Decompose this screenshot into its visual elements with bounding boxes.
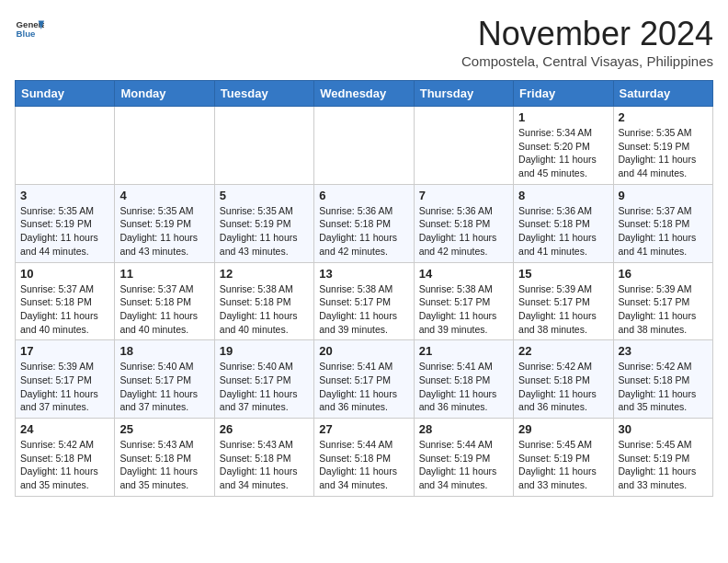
calendar-cell: 3Sunrise: 5:35 AMSunset: 5:19 PMDaylight… bbox=[16, 184, 115, 262]
calendar-header-row: SundayMondayTuesdayWednesdayThursdayFrid… bbox=[16, 81, 713, 107]
day-number: 18 bbox=[119, 344, 209, 358]
day-info: Sunrise: 5:38 AMSunset: 5:17 PMDaylight:… bbox=[319, 282, 408, 337]
calendar-day-header: Sunday bbox=[16, 81, 115, 107]
day-info: Sunrise: 5:41 AMSunset: 5:18 PMDaylight:… bbox=[419, 360, 508, 414]
calendar-day-header: Friday bbox=[514, 81, 613, 107]
day-number: 17 bbox=[20, 344, 109, 358]
calendar-day-header: Tuesday bbox=[214, 81, 313, 107]
day-info: Sunrise: 5:40 AMSunset: 5:17 PMDaylight:… bbox=[119, 360, 209, 414]
day-number: 16 bbox=[619, 267, 708, 281]
day-number: 28 bbox=[419, 422, 508, 436]
day-number: 3 bbox=[20, 189, 109, 202]
calendar-day-header: Wednesday bbox=[314, 81, 414, 107]
day-number: 24 bbox=[20, 422, 109, 436]
logo: General Blue bbox=[15, 15, 44, 44]
day-info: Sunrise: 5:39 AMSunset: 5:17 PMDaylight:… bbox=[619, 282, 708, 337]
calendar-day-header: Monday bbox=[115, 81, 214, 107]
day-number: 20 bbox=[319, 344, 408, 358]
calendar-cell: 7Sunrise: 5:36 AMSunset: 5:18 PMDaylight… bbox=[414, 184, 513, 262]
day-number: 5 bbox=[220, 189, 309, 202]
day-number: 13 bbox=[319, 267, 408, 281]
calendar-cell: 16Sunrise: 5:39 AMSunset: 5:17 PMDayligh… bbox=[613, 262, 712, 340]
day-number: 6 bbox=[319, 189, 408, 202]
calendar-cell bbox=[115, 107, 214, 185]
calendar-cell: 15Sunrise: 5:39 AMSunset: 5:17 PMDayligh… bbox=[514, 262, 613, 340]
calendar-cell: 28Sunrise: 5:44 AMSunset: 5:19 PMDayligh… bbox=[414, 419, 513, 497]
svg-text:Blue: Blue bbox=[17, 29, 36, 39]
day-info: Sunrise: 5:37 AMSunset: 5:18 PMDaylight:… bbox=[619, 204, 708, 259]
calendar-cell: 2Sunrise: 5:35 AMSunset: 5:19 PMDaylight… bbox=[613, 107, 712, 185]
title-block: November 2024 Compostela, Central Visaya… bbox=[461, 15, 713, 69]
calendar-cell: 26Sunrise: 5:43 AMSunset: 5:18 PMDayligh… bbox=[214, 419, 313, 497]
day-info: Sunrise: 5:35 AMSunset: 5:19 PMDaylight:… bbox=[119, 204, 209, 259]
calendar-cell: 19Sunrise: 5:40 AMSunset: 5:17 PMDayligh… bbox=[214, 340, 313, 419]
day-info: Sunrise: 5:35 AMSunset: 5:19 PMDaylight:… bbox=[619, 126, 708, 180]
day-info: Sunrise: 5:41 AMSunset: 5:17 PMDaylight:… bbox=[319, 360, 408, 414]
day-info: Sunrise: 5:35 AMSunset: 5:19 PMDaylight:… bbox=[20, 204, 109, 259]
day-number: 11 bbox=[119, 267, 209, 281]
calendar-day-header: Thursday bbox=[414, 81, 513, 107]
calendar-cell: 18Sunrise: 5:40 AMSunset: 5:17 PMDayligh… bbox=[115, 340, 214, 419]
day-info: Sunrise: 5:45 AMSunset: 5:19 PMDaylight:… bbox=[518, 438, 608, 492]
day-info: Sunrise: 5:38 AMSunset: 5:17 PMDaylight:… bbox=[419, 282, 508, 337]
day-info: Sunrise: 5:40 AMSunset: 5:17 PMDaylight:… bbox=[220, 360, 309, 414]
day-info: Sunrise: 5:44 AMSunset: 5:19 PMDaylight:… bbox=[419, 438, 508, 492]
calendar-cell: 14Sunrise: 5:38 AMSunset: 5:17 PMDayligh… bbox=[414, 262, 513, 340]
day-number: 10 bbox=[20, 267, 109, 281]
logo-icon: General Blue bbox=[15, 15, 44, 44]
calendar-cell: 9Sunrise: 5:37 AMSunset: 5:18 PMDaylight… bbox=[613, 184, 712, 262]
day-info: Sunrise: 5:45 AMSunset: 5:19 PMDaylight:… bbox=[619, 438, 708, 492]
calendar: SundayMondayTuesdayWednesdayThursdayFrid… bbox=[15, 80, 713, 497]
day-number: 25 bbox=[119, 422, 209, 436]
day-info: Sunrise: 5:37 AMSunset: 5:18 PMDaylight:… bbox=[119, 282, 209, 337]
day-number: 8 bbox=[518, 189, 608, 202]
day-number: 14 bbox=[419, 267, 508, 281]
calendar-cell bbox=[314, 107, 414, 185]
day-info: Sunrise: 5:43 AMSunset: 5:18 PMDaylight:… bbox=[119, 438, 209, 492]
page-header: General Blue November 2024 Compostela, C… bbox=[15, 15, 713, 69]
day-number: 9 bbox=[619, 189, 708, 202]
day-info: Sunrise: 5:42 AMSunset: 5:18 PMDaylight:… bbox=[20, 438, 109, 492]
calendar-cell bbox=[414, 107, 513, 185]
calendar-week-row: 3Sunrise: 5:35 AMSunset: 5:19 PMDaylight… bbox=[16, 184, 713, 262]
calendar-cell: 1Sunrise: 5:34 AMSunset: 5:20 PMDaylight… bbox=[514, 107, 613, 185]
calendar-cell: 27Sunrise: 5:44 AMSunset: 5:18 PMDayligh… bbox=[314, 419, 414, 497]
calendar-cell: 21Sunrise: 5:41 AMSunset: 5:18 PMDayligh… bbox=[414, 340, 513, 419]
calendar-cell: 10Sunrise: 5:37 AMSunset: 5:18 PMDayligh… bbox=[16, 262, 115, 340]
day-number: 21 bbox=[419, 344, 508, 358]
calendar-cell: 4Sunrise: 5:35 AMSunset: 5:19 PMDaylight… bbox=[115, 184, 214, 262]
day-info: Sunrise: 5:36 AMSunset: 5:18 PMDaylight:… bbox=[319, 204, 408, 259]
calendar-cell bbox=[16, 107, 115, 185]
day-info: Sunrise: 5:37 AMSunset: 5:18 PMDaylight:… bbox=[20, 282, 109, 337]
calendar-cell: 5Sunrise: 5:35 AMSunset: 5:19 PMDaylight… bbox=[214, 184, 313, 262]
day-info: Sunrise: 5:44 AMSunset: 5:18 PMDaylight:… bbox=[319, 438, 408, 492]
day-number: 30 bbox=[619, 422, 708, 436]
day-info: Sunrise: 5:36 AMSunset: 5:18 PMDaylight:… bbox=[518, 204, 608, 259]
location: Compostela, Central Visayas, Philippines bbox=[461, 53, 713, 69]
calendar-week-row: 24Sunrise: 5:42 AMSunset: 5:18 PMDayligh… bbox=[16, 419, 713, 497]
day-number: 4 bbox=[119, 189, 209, 202]
day-info: Sunrise: 5:34 AMSunset: 5:20 PMDaylight:… bbox=[518, 126, 608, 180]
day-number: 23 bbox=[619, 344, 708, 358]
month-title: November 2024 bbox=[461, 15, 713, 53]
day-number: 27 bbox=[319, 422, 408, 436]
calendar-cell: 22Sunrise: 5:42 AMSunset: 5:18 PMDayligh… bbox=[514, 340, 613, 419]
calendar-cell: 29Sunrise: 5:45 AMSunset: 5:19 PMDayligh… bbox=[514, 419, 613, 497]
calendar-cell: 20Sunrise: 5:41 AMSunset: 5:17 PMDayligh… bbox=[314, 340, 414, 419]
day-info: Sunrise: 5:39 AMSunset: 5:17 PMDaylight:… bbox=[518, 282, 608, 337]
day-info: Sunrise: 5:38 AMSunset: 5:18 PMDaylight:… bbox=[220, 282, 309, 337]
calendar-cell bbox=[214, 107, 313, 185]
calendar-week-row: 10Sunrise: 5:37 AMSunset: 5:18 PMDayligh… bbox=[16, 262, 713, 340]
calendar-day-header: Saturday bbox=[613, 81, 712, 107]
calendar-week-row: 1Sunrise: 5:34 AMSunset: 5:20 PMDaylight… bbox=[16, 107, 713, 185]
day-number: 7 bbox=[419, 189, 508, 202]
calendar-cell: 17Sunrise: 5:39 AMSunset: 5:17 PMDayligh… bbox=[16, 340, 115, 419]
day-info: Sunrise: 5:42 AMSunset: 5:18 PMDaylight:… bbox=[518, 360, 608, 414]
calendar-week-row: 17Sunrise: 5:39 AMSunset: 5:17 PMDayligh… bbox=[16, 340, 713, 419]
day-info: Sunrise: 5:39 AMSunset: 5:17 PMDaylight:… bbox=[20, 360, 109, 414]
calendar-cell: 23Sunrise: 5:42 AMSunset: 5:18 PMDayligh… bbox=[613, 340, 712, 419]
day-number: 29 bbox=[518, 422, 608, 436]
day-info: Sunrise: 5:36 AMSunset: 5:18 PMDaylight:… bbox=[419, 204, 508, 259]
day-number: 26 bbox=[220, 422, 309, 436]
day-info: Sunrise: 5:42 AMSunset: 5:18 PMDaylight:… bbox=[619, 360, 708, 414]
